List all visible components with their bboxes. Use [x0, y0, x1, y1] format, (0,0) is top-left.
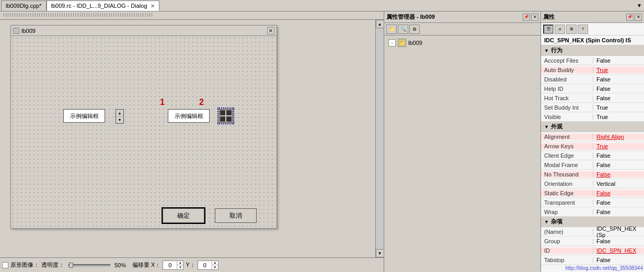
- dialog-window: lb009 ✕ 示例编辑框 ▲ ▼: [10, 25, 277, 229]
- section-behavior-icon: ▼: [544, 48, 549, 53]
- bottom-spinbox-y[interactable]: 0 ▲ ▼: [198, 261, 218, 270]
- prop-disabled-value: False: [593, 76, 644, 82]
- dialog-title-text: lb009: [13, 28, 36, 34]
- section-appearance-icon: ▼: [544, 124, 549, 129]
- prop-disabled: Disabled False: [541, 75, 644, 84]
- tab-dropdown[interactable]: ▼: [635, 3, 644, 8]
- prop-visible: Visible True: [541, 112, 644, 122]
- prop-help-id: Help ID False: [541, 84, 644, 93]
- ok-button-label: 确定: [177, 211, 190, 220]
- prop-orientation-value: Vertical: [593, 181, 644, 187]
- prop-set-buddy-int-value: True: [593, 104, 644, 111]
- tab-rc[interactable]: lb009.rc - IDD_L...9_DIALOG - Dialog ✕: [47, 1, 159, 11]
- prop-hot-track: Hot Track False: [541, 93, 644, 103]
- prop-id-value: IDC_SPN_HEX: [593, 247, 644, 254]
- scroll-down-button[interactable]: ▼: [376, 249, 384, 257]
- prop-modal-frame: Modal Frame False: [541, 160, 644, 170]
- editbox-1[interactable]: 示例编辑框: [63, 109, 105, 123]
- spin-arrows-1[interactable]: ▲ ▼: [116, 109, 124, 124]
- bottom-spin-y-up[interactable]: ▲: [212, 261, 218, 266]
- cancel-button-label: 取消: [229, 211, 242, 220]
- tab-cpp[interactable]: lb009Dlg.cpp*: [1, 1, 47, 11]
- vertical-scrollbar[interactable]: ▲ ▼: [375, 20, 384, 257]
- label-1: 1: [160, 98, 165, 107]
- panel-pin-button[interactable]: 📌: [523, 14, 530, 21]
- section-appearance[interactable]: ▼ 外观: [541, 122, 644, 132]
- main-area: | | | | | | | | | | | | | | | | | | | | …: [0, 11, 644, 272]
- prop-accept-files-value: False: [593, 57, 644, 64]
- prop-wrap-value: False: [593, 209, 644, 215]
- prop-group: Group False: [541, 236, 644, 246]
- property-manager-tree[interactable]: - 📂 lb009: [384, 36, 540, 272]
- prop-modal-frame-value: False: [593, 162, 644, 168]
- prop-auto-buddy-name: Auto Buddy: [541, 67, 593, 73]
- spin-down-1[interactable]: ▼: [116, 117, 123, 124]
- prop-set-buddy-int: Set Buddy Int True: [541, 103, 644, 112]
- prop-orientation: Orientation Vertical: [541, 179, 644, 188]
- ok-button[interactable]: 确定: [163, 208, 204, 223]
- prop-no-thousand-value: False: [593, 171, 644, 178]
- bottom-spinbox-y-arrows[interactable]: ▲ ▼: [212, 261, 218, 270]
- props-control-name: IDC_SPN_HEX (Spin Control) IS: [541, 36, 644, 45]
- pm-toolbar-btn-2[interactable]: 🔍: [398, 25, 408, 34]
- section-behavior-label: 行为: [551, 46, 562, 54]
- dialog-body[interactable]: 示例编辑框 ▲ ▼ 1: [11, 36, 277, 228]
- tree-root-item[interactable]: - 📂 lb009: [386, 38, 538, 48]
- bottom-spin-x-up[interactable]: ▲: [177, 261, 183, 266]
- scroll-track[interactable]: [376, 28, 384, 249]
- spin-up-1[interactable]: ▲: [116, 110, 123, 117]
- prop-name-field-value: IDC_SPN_HEX (Sp: [593, 226, 644, 238]
- bottom-checkbox[interactable]: [2, 262, 8, 268]
- prop-tabstop-value: False: [593, 257, 644, 263]
- props-btn-cat[interactable]: ⊞: [566, 25, 577, 34]
- props-btn-help[interactable]: ?: [578, 25, 588, 34]
- props-btn-alpha[interactable]: α: [555, 25, 565, 34]
- prop-tabstop: Tabstop False: [541, 255, 644, 265]
- property-manager-toolbar: 📁 🔍 ⚙: [384, 23, 540, 36]
- bottom-y-value: 0: [198, 262, 212, 268]
- bottom-spin-y-down[interactable]: ▼: [212, 265, 218, 270]
- properties-pin-button[interactable]: 📌: [626, 14, 634, 21]
- bottom-percent: 50%: [114, 262, 130, 268]
- label-2: 2: [199, 98, 204, 107]
- ruler-ticks: | | | | | | | | | | | | | | | | | | | | …: [1, 12, 384, 19]
- prop-tabstop-name: Tabstop: [541, 257, 593, 263]
- dialog-title-label: lb009: [21, 28, 36, 34]
- bottom-spin-x-down[interactable]: ▼: [177, 265, 183, 270]
- spin-control-1[interactable]: ▲ ▼: [116, 109, 124, 124]
- pm-toolbar-btn-1[interactable]: 📁: [386, 25, 397, 34]
- property-manager-title: 属性管理器 - lb009: [386, 13, 435, 21]
- prop-help-id-value: False: [593, 86, 644, 92]
- props-btn-sort[interactable]: ☰: [543, 25, 554, 34]
- properties-close-button[interactable]: ✕: [635, 14, 642, 21]
- bottom-slider[interactable]: [68, 264, 110, 266]
- prop-name-row: (Name) IDC_SPN_HEX (Sp: [541, 227, 644, 236]
- cancel-button[interactable]: 取消: [215, 208, 257, 223]
- spin-control-2[interactable]: [219, 109, 233, 123]
- bottom-spinbox-x-arrows[interactable]: ▲ ▼: [177, 261, 183, 270]
- bottom-y-label: Y：: [186, 261, 195, 269]
- editbox-2[interactable]: 示例编辑框: [168, 109, 210, 123]
- editbox-1-label: 示例编辑框: [70, 112, 99, 120]
- bottom-spinbox-x[interactable]: 0 ▲ ▼: [163, 261, 183, 270]
- prop-static-edge-value: False: [593, 190, 644, 196]
- prop-alignment-value: Right Align: [593, 134, 644, 140]
- scroll-up-button[interactable]: ▲: [376, 20, 384, 28]
- pm-toolbar-btn-3[interactable]: ⚙: [409, 25, 420, 34]
- bottom-transparency-label: 透明度：: [41, 261, 64, 269]
- prop-modal-frame-name: Modal Frame: [541, 162, 593, 168]
- prop-client-edge-name: Client Edge: [541, 152, 593, 159]
- bottom-slider-thumb[interactable]: [69, 263, 73, 268]
- prop-group-value: False: [593, 238, 644, 244]
- section-behavior[interactable]: ▼ 行为: [541, 45, 644, 56]
- prop-arrow-keys: Arrow Keys True: [541, 141, 644, 151]
- prop-arrow-keys-name: Arrow Keys: [541, 143, 593, 149]
- dialog-close-button[interactable]: ✕: [267, 27, 274, 34]
- tab-close-icon[interactable]: ✕: [151, 3, 155, 9]
- panel-close-button[interactable]: ✕: [531, 14, 538, 21]
- prop-name-field-name: (Name): [541, 229, 593, 235]
- dialog-titlebar: lb009 ✕: [11, 26, 277, 36]
- editbox-2-label: 示例编辑框: [175, 112, 203, 120]
- tree-expand-icon[interactable]: -: [388, 39, 396, 46]
- prop-orientation-name: Orientation: [541, 181, 593, 187]
